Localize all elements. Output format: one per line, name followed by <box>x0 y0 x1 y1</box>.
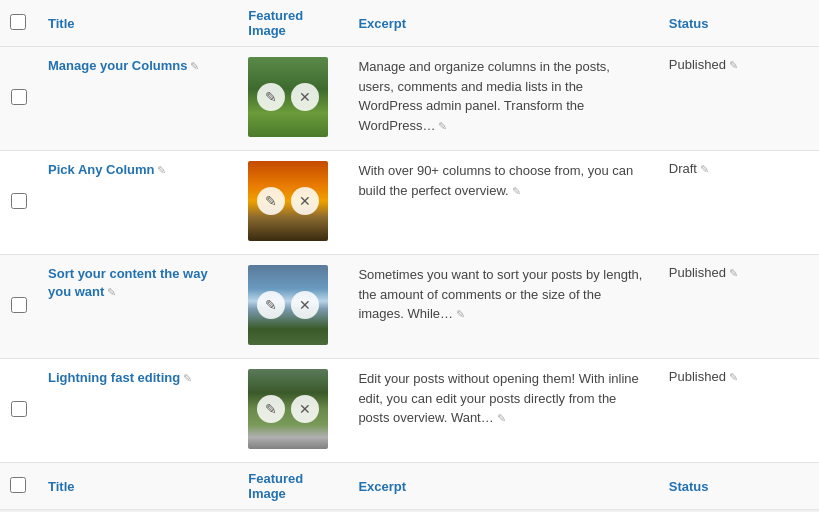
post-title-link[interactable]: Lightning fast editing <box>48 370 180 385</box>
footer-featured-label: Featured Image <box>248 471 303 501</box>
featured-header-label: Featured Image <box>248 8 303 38</box>
footer-title-label: Title <box>48 479 75 494</box>
select-all-checkbox[interactable] <box>10 14 26 30</box>
footer-select-all-checkbox[interactable] <box>10 477 26 493</box>
status-badge: Draft <box>669 161 697 176</box>
row-checkbox[interactable] <box>11 297 27 313</box>
thumbnail-overlay: ✎✕ <box>248 265 328 345</box>
title-edit-icon[interactable]: ✎ <box>190 60 199 73</box>
row-excerpt-cell: Sometimes you want to sort your posts by… <box>348 255 658 359</box>
row-checkbox[interactable] <box>11 401 27 417</box>
row-checkbox-cell <box>0 47 38 151</box>
featured-thumbnail: ✎✕ <box>248 161 328 241</box>
row-checkbox-cell <box>0 359 38 463</box>
thumbnail-overlay: ✎✕ <box>248 161 328 241</box>
status-edit-icon[interactable]: ✎ <box>700 163 709 176</box>
row-title-cell: Manage your Columns ✎ <box>38 47 238 151</box>
thumbnail-remove-button[interactable]: ✕ <box>291 187 319 215</box>
table-row: Sort your content the way you want ✎✎✕So… <box>0 255 819 359</box>
footer-checkbox-col <box>0 463 38 510</box>
excerpt-edit-icon[interactable]: ✎ <box>497 412 506 425</box>
status-badge: Published <box>669 369 726 384</box>
thumbnail-edit-button[interactable]: ✎ <box>257 291 285 319</box>
thumbnail-remove-button[interactable]: ✕ <box>291 291 319 319</box>
footer-featured-col: Featured Image <box>238 463 348 510</box>
row-excerpt-cell: With over 90+ columns to choose from, yo… <box>348 151 658 255</box>
row-excerpt-cell: Edit your posts without opening them! Wi… <box>348 359 658 463</box>
thumbnail-edit-button[interactable]: ✎ <box>257 83 285 111</box>
footer-status-label: Status <box>669 479 709 494</box>
excerpt-text: With over 90+ columns to choose from, yo… <box>358 163 633 198</box>
thumbnail-remove-button[interactable]: ✕ <box>291 395 319 423</box>
header-title-col: Title <box>38 0 238 47</box>
row-title-cell: Lightning fast editing ✎ <box>38 359 238 463</box>
status-edit-icon[interactable]: ✎ <box>729 267 738 280</box>
footer-title-col: Title <box>38 463 238 510</box>
header-status-col: Status <box>659 0 819 47</box>
status-edit-icon[interactable]: ✎ <box>729 371 738 384</box>
thumbnail-remove-button[interactable]: ✕ <box>291 83 319 111</box>
row-featured-cell: ✎✕ <box>238 255 348 359</box>
title-edit-icon[interactable]: ✎ <box>157 164 166 177</box>
row-title-cell: Sort your content the way you want ✎ <box>38 255 238 359</box>
status-header-label: Status <box>669 16 709 31</box>
excerpt-edit-icon[interactable]: ✎ <box>512 185 521 198</box>
table-header-row: Title Featured Image Excerpt Status <box>0 0 819 47</box>
title-edit-icon[interactable]: ✎ <box>183 372 192 385</box>
table-footer-row: Title Featured Image Excerpt Status <box>0 463 819 510</box>
row-featured-cell: ✎✕ <box>238 359 348 463</box>
header-featured-col: Featured Image <box>238 0 348 47</box>
footer-excerpt-label: Excerpt <box>358 479 406 494</box>
posts-table: Title Featured Image Excerpt Status Mana… <box>0 0 819 510</box>
table-row: Pick Any Column ✎✎✕With over 90+ columns… <box>0 151 819 255</box>
thumbnail-edit-button[interactable]: ✎ <box>257 395 285 423</box>
post-title-link[interactable]: Pick Any Column <box>48 162 154 177</box>
row-status-cell: Draft ✎ <box>659 151 819 255</box>
header-checkbox-col <box>0 0 38 47</box>
row-status-cell: Published ✎ <box>659 47 819 151</box>
row-status-cell: Published ✎ <box>659 359 819 463</box>
row-status-cell: Published ✎ <box>659 255 819 359</box>
row-checkbox-cell <box>0 151 38 255</box>
table-row: Lightning fast editing ✎✎✕Edit your post… <box>0 359 819 463</box>
table-row: Manage your Columns ✎✎✕Manage and organi… <box>0 47 819 151</box>
row-checkbox[interactable] <box>11 89 27 105</box>
status-badge: Published <box>669 57 726 72</box>
footer-status-col: Status <box>659 463 819 510</box>
post-title-link[interactable]: Manage your Columns <box>48 58 187 73</box>
featured-thumbnail: ✎✕ <box>248 369 328 449</box>
status-badge: Published <box>669 265 726 280</box>
row-title-cell: Pick Any Column ✎ <box>38 151 238 255</box>
row-checkbox-cell <box>0 255 38 359</box>
thumbnail-overlay: ✎✕ <box>248 57 328 137</box>
thumbnail-edit-button[interactable]: ✎ <box>257 187 285 215</box>
excerpt-header-label: Excerpt <box>358 16 406 31</box>
header-excerpt-col: Excerpt <box>348 0 658 47</box>
excerpt-edit-icon[interactable]: ✎ <box>456 308 465 321</box>
post-title-link[interactable]: Sort your content the way you want <box>48 266 208 299</box>
title-header-label: Title <box>48 16 75 31</box>
featured-thumbnail: ✎✕ <box>248 57 328 137</box>
excerpt-text: Manage and organize columns in the posts… <box>358 59 610 133</box>
title-edit-icon[interactable]: ✎ <box>107 286 116 299</box>
row-excerpt-cell: Manage and organize columns in the posts… <box>348 47 658 151</box>
excerpt-text: Sometimes you want to sort your posts by… <box>358 267 642 321</box>
footer-excerpt-col: Excerpt <box>348 463 658 510</box>
thumbnail-overlay: ✎✕ <box>248 369 328 449</box>
excerpt-edit-icon[interactable]: ✎ <box>438 120 447 133</box>
row-featured-cell: ✎✕ <box>238 47 348 151</box>
status-edit-icon[interactable]: ✎ <box>729 59 738 72</box>
featured-thumbnail: ✎✕ <box>248 265 328 345</box>
row-featured-cell: ✎✕ <box>238 151 348 255</box>
row-checkbox[interactable] <box>11 193 27 209</box>
